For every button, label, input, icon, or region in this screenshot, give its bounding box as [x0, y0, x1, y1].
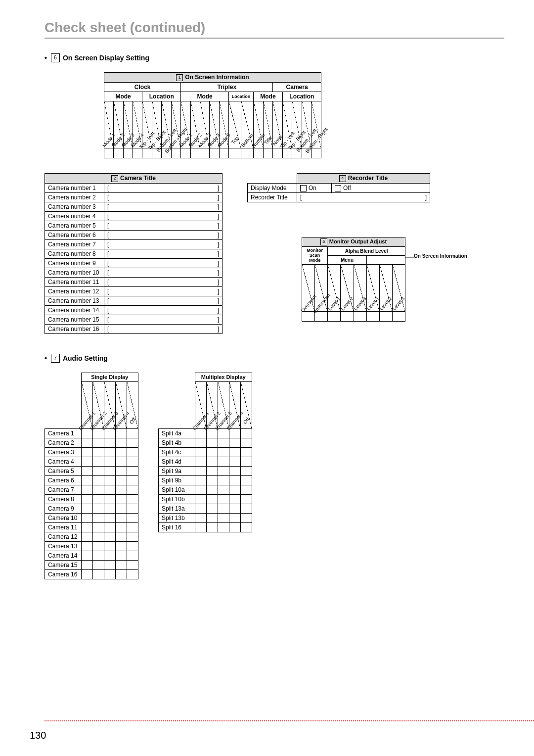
fill-cell[interactable]: [92, 541, 104, 551]
fill-cell[interactable]: [228, 148, 241, 158]
fill-cell[interactable]: [229, 504, 240, 513]
fill-cell[interactable]: [104, 466, 115, 475]
fill-cell[interactable]: [127, 551, 138, 560]
fill-cell[interactable]: [115, 475, 127, 485]
fill-cell[interactable]: [206, 475, 218, 485]
fill-cell[interactable]: [241, 148, 254, 158]
fill-cell[interactable]: [104, 485, 115, 494]
fill-cell[interactable]: [229, 438, 240, 447]
fill-cell[interactable]: [195, 438, 206, 447]
fill-cell[interactable]: [218, 466, 229, 475]
fill-cell[interactable]: [115, 569, 127, 579]
fill-cell[interactable]: [104, 504, 115, 513]
fill-cell[interactable]: [206, 438, 218, 447]
fill-cell[interactable]: [92, 447, 104, 457]
fill-cell[interactable]: [114, 148, 123, 158]
fill-cell[interactable]: [229, 494, 240, 504]
fill-cell[interactable]: [81, 475, 92, 485]
fill-cell[interactable]: [127, 541, 138, 551]
fill-cell[interactable]: [92, 485, 104, 494]
fill-cell[interactable]: [254, 148, 263, 158]
input-cell[interactable]: []: [104, 315, 222, 324]
fill-cell[interactable]: [240, 522, 252, 532]
fill-cell[interactable]: [195, 457, 206, 466]
fill-cell[interactable]: [206, 494, 218, 504]
fill-cell[interactable]: [240, 438, 252, 447]
fill-cell[interactable]: [273, 148, 282, 158]
fill-cell[interactable]: [127, 457, 138, 466]
fill-cell[interactable]: [229, 485, 240, 494]
fill-cell[interactable]: [195, 504, 206, 513]
fill-cell[interactable]: [81, 485, 92, 494]
fill-cell[interactable]: [195, 485, 206, 494]
input-cell[interactable]: []: [104, 249, 222, 258]
fill-cell[interactable]: [218, 522, 229, 532]
fill-cell[interactable]: [92, 438, 104, 447]
fill-cell[interactable]: [206, 513, 218, 522]
fill-cell[interactable]: [115, 466, 127, 475]
fill-cell[interactable]: [92, 551, 104, 560]
fill-cell[interactable]: [127, 569, 138, 579]
fill-cell[interactable]: [218, 485, 229, 494]
fill-cell[interactable]: [92, 532, 104, 541]
fill-cell[interactable]: [104, 541, 115, 551]
fill-cell[interactable]: [218, 504, 229, 513]
fill-cell[interactable]: [206, 522, 218, 532]
fill-cell[interactable]: [206, 457, 218, 466]
fill-cell[interactable]: [218, 513, 229, 522]
fill-cell[interactable]: [190, 148, 200, 158]
fill-cell[interactable]: [104, 148, 114, 158]
fill-cell[interactable]: [127, 447, 138, 457]
fill-cell[interactable]: [127, 438, 138, 447]
fill-cell[interactable]: [195, 513, 206, 522]
fill-cell[interactable]: [104, 522, 115, 532]
fill-cell[interactable]: [171, 148, 181, 158]
input-cell[interactable]: []: [104, 192, 222, 202]
fill-cell[interactable]: [229, 457, 240, 466]
fill-cell[interactable]: [104, 438, 115, 447]
fill-cell[interactable]: [115, 485, 127, 494]
fill-cell[interactable]: [392, 312, 405, 322]
fill-cell[interactable]: [218, 475, 229, 485]
fill-cell[interactable]: [263, 148, 272, 158]
input-cell[interactable]: []: [104, 296, 222, 305]
fill-cell[interactable]: [123, 148, 133, 158]
fill-cell[interactable]: [81, 522, 92, 532]
fill-cell[interactable]: [81, 494, 92, 504]
fill-cell[interactable]: [115, 438, 127, 447]
fill-cell[interactable]: [127, 504, 138, 513]
input-cell[interactable]: []: [104, 305, 222, 315]
input-cell[interactable]: []: [104, 202, 222, 211]
input-cell[interactable]: []: [104, 230, 222, 239]
fill-cell[interactable]: [379, 312, 392, 322]
fill-cell[interactable]: [341, 312, 354, 322]
fill-cell[interactable]: [240, 494, 252, 504]
fill-cell[interactable]: [92, 569, 104, 579]
fill-cell[interactable]: [92, 466, 104, 475]
fill-cell[interactable]: [127, 428, 138, 438]
fill-cell[interactable]: [218, 494, 229, 504]
fill-cell[interactable]: [240, 466, 252, 475]
fill-cell[interactable]: [115, 457, 127, 466]
t4-off[interactable]: Off: [332, 183, 430, 192]
fill-cell[interactable]: [115, 551, 127, 560]
fill-cell[interactable]: [104, 560, 115, 569]
fill-cell[interactable]: [115, 560, 127, 569]
fill-cell[interactable]: [127, 466, 138, 475]
fill-cell[interactable]: [328, 312, 341, 322]
input-cell[interactable]: []: [104, 277, 222, 286]
fill-cell[interactable]: [229, 513, 240, 522]
fill-cell[interactable]: [92, 522, 104, 532]
fill-cell[interactable]: [115, 532, 127, 541]
fill-cell[interactable]: [81, 447, 92, 457]
fill-cell[interactable]: [366, 312, 379, 322]
fill-cell[interactable]: [218, 438, 229, 447]
fill-cell[interactable]: [104, 569, 115, 579]
fill-cell[interactable]: [195, 475, 206, 485]
fill-cell[interactable]: [240, 457, 252, 466]
fill-cell[interactable]: [229, 475, 240, 485]
fill-cell[interactable]: [206, 447, 218, 457]
input-cell[interactable]: []: [104, 324, 222, 333]
fill-cell[interactable]: [127, 513, 138, 522]
fill-cell[interactable]: [206, 466, 218, 475]
